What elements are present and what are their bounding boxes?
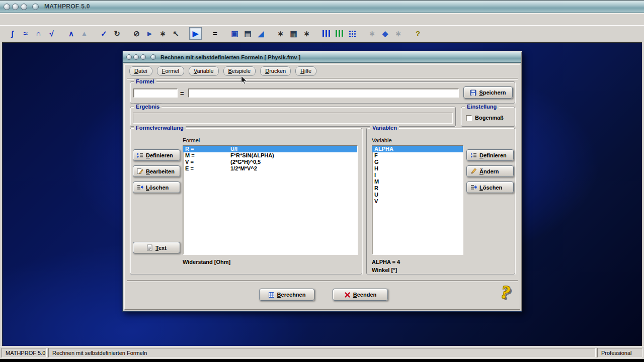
window-button-1-icon[interactable]	[4, 4, 10, 10]
variable-row[interactable]: R	[372, 185, 463, 192]
variable-row[interactable]: V	[372, 198, 463, 205]
arrow-right-icon[interactable]: ►	[143, 27, 156, 40]
star-icon[interactable]: ∗	[274, 27, 287, 40]
text-button[interactable]: Text	[133, 242, 180, 253]
help-question-icon[interactable]: ?	[500, 281, 511, 303]
beenden-button[interactable]: Beenden	[333, 289, 388, 301]
statusbar-message-panel: Rechnen mit selbstdefinierten Formeln	[48, 348, 596, 357]
variablen-group-label: Variablen	[370, 125, 399, 131]
variable-value-caption: ALPHA = 4	[372, 259, 400, 265]
bogenmass-checkbox-label: Bogenmaß	[475, 115, 504, 121]
einstellung-group-label: Einstellung	[465, 104, 499, 110]
window-button-2-icon[interactable]	[12, 4, 19, 10]
plot-intersection-icon[interactable]: ∩	[32, 27, 45, 40]
loeschen-button[interactable]: Löschen	[133, 182, 180, 193]
menu-separator	[127, 78, 518, 80]
text-icon	[146, 244, 153, 251]
bar-chart-green-icon[interactable]	[333, 27, 346, 40]
menu-datei[interactable]: Datei	[129, 66, 152, 76]
plot-root-icon[interactable]: √	[45, 27, 58, 40]
dialog-titlebar[interactable]: Rechnen mit selbstdefinierten Formeln [ …	[123, 52, 521, 63]
window-button-3-icon[interactable]	[21, 4, 27, 10]
plot-approx-icon[interactable]: ≈	[19, 27, 32, 40]
variable-row[interactable]: G	[372, 159, 463, 165]
variable-name: I	[372, 172, 463, 178]
variable-row[interactable]: ALPHA	[372, 146, 463, 152]
formula-expression: (2*G*H)^0,5	[230, 159, 357, 165]
formula-expression: U/I	[230, 146, 357, 152]
save-icon	[470, 89, 476, 96]
variablen-buttons: Definieren Ändern Löschen	[466, 149, 514, 193]
bogenmass-checkbox[interactable]	[466, 115, 472, 121]
button-label: Definieren	[146, 152, 173, 158]
ergebnis-output-panel	[133, 113, 453, 124]
blue-triangle-icon[interactable]: ◢	[255, 27, 267, 40]
bar-chart-icon[interactable]	[320, 27, 333, 40]
asterisk2-icon[interactable]: ∗	[300, 27, 313, 40]
variable-name: G	[372, 159, 463, 165]
variable-row[interactable]: H	[372, 165, 463, 172]
formula-row[interactable]: E = 1/2*M*V^2	[183, 165, 357, 172]
dialog-window-button-2-icon[interactable]	[133, 54, 139, 60]
menu-hilfe[interactable]: Hilfe	[295, 66, 316, 76]
check-plot-icon[interactable]: ✓	[98, 27, 110, 40]
berechnen-button[interactable]: Berechnen	[259, 289, 314, 301]
grid-lines-icon[interactable]: ▦	[287, 27, 300, 40]
variable-row[interactable]: U	[372, 192, 463, 198]
bearbeiten-button[interactable]: Bearbeiten	[133, 165, 180, 177]
formel-list-header: Formel	[183, 137, 200, 143]
plot-peaks-icon[interactable]: ∧	[65, 27, 77, 40]
main-toolbar: ∫≈∩√∧▲✓↻⊘►∗↖▶=▣▤◢∗▦∗∗◆∗?	[0, 25, 644, 42]
variable-unit-caption: Winkel [°]	[372, 267, 397, 273]
variable-row[interactable]: I	[372, 172, 463, 178]
equals-icon[interactable]: =	[209, 27, 221, 40]
formula-name-input[interactable]	[133, 88, 178, 98]
formula-row[interactable]: V = (2*G*H)^0,5	[183, 159, 357, 165]
menu-variable[interactable]: Variable	[189, 66, 219, 76]
formula-expression-input[interactable]	[188, 88, 459, 98]
scatter-plot-icon[interactable]	[346, 27, 359, 40]
triangle-area-icon[interactable]: ▲	[78, 27, 91, 40]
dialog-window-button-3-icon[interactable]	[140, 54, 146, 60]
var-definieren-button[interactable]: Definieren	[466, 149, 514, 161]
definieren-button[interactable]: Definieren	[133, 149, 180, 161]
pointer-icon[interactable]: ↖	[170, 27, 182, 40]
variable-name: H	[372, 165, 463, 172]
grid-icon[interactable]: ▤	[242, 27, 254, 40]
dialog-window-button-1-icon[interactable]	[126, 54, 132, 60]
formel-caption: Widerstand [Ohm]	[183, 259, 230, 265]
app-workspace: Rechnen mit selbstdefinierten Formeln [ …	[0, 42, 644, 346]
define-icon	[470, 152, 477, 158]
variable-row[interactable]: M	[372, 178, 463, 185]
asterisk-disabled-icon[interactable]: ∗	[366, 27, 378, 40]
formel-listbox[interactable]: R = U/I M = F*R*SIN(ALPHA) V = (2*G*H)^0…	[183, 145, 358, 255]
variable-name: R	[372, 185, 463, 192]
variablen-group: Variablen Variable ALPHA F G H I M R U V…	[366, 128, 515, 275]
var-loeschen-button[interactable]: Löschen	[466, 182, 514, 193]
button-label: Bearbeiten	[146, 168, 175, 174]
play-icon[interactable]: ▶	[189, 27, 202, 40]
blue-square-icon[interactable]: ▣	[228, 27, 241, 40]
variable-row[interactable]: F	[372, 152, 463, 159]
formula-row[interactable]: R = U/I	[183, 146, 357, 152]
plot-integral-icon[interactable]: ∫	[6, 27, 19, 40]
statusbar: MATHPROF 5.0 Rechnen mit selbstdefiniert…	[0, 346, 644, 359]
menu-formel[interactable]: Formel	[157, 66, 184, 76]
rotate-icon[interactable]: ↻	[111, 27, 123, 40]
help-icon[interactable]: ?	[412, 27, 424, 40]
diamond-icon[interactable]: ◆	[379, 27, 391, 40]
menu-beispiele[interactable]: Beispiele	[223, 66, 256, 76]
var-aendern-button[interactable]: Ändern	[466, 165, 514, 177]
delete-icon	[470, 184, 477, 191]
formula-row[interactable]: M = F*R*SIN(ALPHA)	[183, 152, 357, 159]
einstellung-group: Einstellung Bogenmaß	[461, 107, 515, 127]
asterisk-tool-icon[interactable]: ∗	[156, 27, 169, 40]
forbidden-icon[interactable]: ⊘	[130, 27, 143, 40]
button-label: Löschen	[146, 185, 169, 191]
speichern-button[interactable]: Speichern	[463, 86, 513, 99]
menu-drucken[interactable]: Drucken	[260, 66, 291, 76]
variablen-listbox[interactable]: ALPHA F G H I M R U V	[372, 145, 463, 255]
main-window-titlebar[interactable]: MATHPROF 5.0	[0, 0, 644, 13]
asterisk2-disabled-icon[interactable]: ∗	[392, 27, 405, 40]
define-icon	[137, 152, 143, 158]
